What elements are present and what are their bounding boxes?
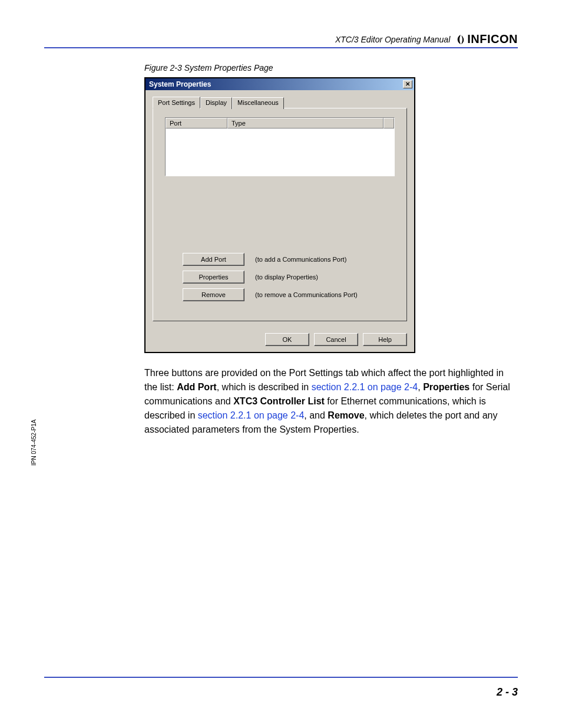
page-header: XTC/3 Editor Operating Manual INFICON xyxy=(44,32,518,46)
dialog-footer: OK Cancel Help xyxy=(146,328,414,352)
footer-rule xyxy=(44,677,518,678)
properties-button[interactable]: Properties xyxy=(183,271,244,284)
close-icon[interactable]: ✕ xyxy=(403,80,412,88)
tab-display[interactable]: Display xyxy=(200,97,232,109)
brand-logo: INFICON xyxy=(456,32,518,46)
page-number: 2 - 3 xyxy=(497,686,518,699)
header-rule xyxy=(44,47,518,48)
dialog-titlebar: System Properties ✕ xyxy=(146,78,414,90)
col-port[interactable]: Port xyxy=(166,118,227,129)
tab-strip: Port Settings Display Miscellaneous xyxy=(153,96,407,108)
doc-title: XTC/3 Editor Operating Manual xyxy=(335,35,450,44)
system-properties-dialog: System Properties ✕ Port Settings Displa… xyxy=(144,77,415,353)
port-listview[interactable]: Port Type xyxy=(165,117,395,176)
body-paragraph: Three buttons are provided on the Port S… xyxy=(144,366,518,437)
listview-header: Port Type xyxy=(166,118,394,129)
ok-button[interactable]: OK xyxy=(265,333,309,346)
ipn-code: IPN 074-452-P1A xyxy=(31,420,37,466)
help-button[interactable]: Help xyxy=(363,333,407,346)
brand-name: INFICON xyxy=(467,32,518,46)
dialog-title: System Properties xyxy=(149,80,211,88)
link-section-221-b[interactable]: section 2.2.1 on page 2-4 xyxy=(198,410,305,420)
link-section-221-a[interactable]: section 2.2.1 on page 2-4 xyxy=(312,382,418,392)
add-port-desc: (to add a Communications Port) xyxy=(255,256,346,263)
tab-panel: Port Type Add Port (to add a Communicati… xyxy=(153,108,407,321)
col-spacer xyxy=(384,118,394,129)
col-type[interactable]: Type xyxy=(227,118,384,129)
figure-caption: Figure 2-3 System Properties Page xyxy=(144,63,518,73)
add-port-button[interactable]: Add Port xyxy=(183,253,244,266)
properties-desc: (to display Properties) xyxy=(255,274,318,281)
tab-port-settings[interactable]: Port Settings xyxy=(153,97,200,108)
remove-button[interactable]: Remove xyxy=(183,288,244,301)
logo-mark-icon xyxy=(456,34,465,45)
cancel-button[interactable]: Cancel xyxy=(314,333,358,346)
tab-miscellaneous[interactable]: Miscellaneous xyxy=(232,97,284,109)
remove-desc: (to remove a Communications Port) xyxy=(255,291,358,298)
